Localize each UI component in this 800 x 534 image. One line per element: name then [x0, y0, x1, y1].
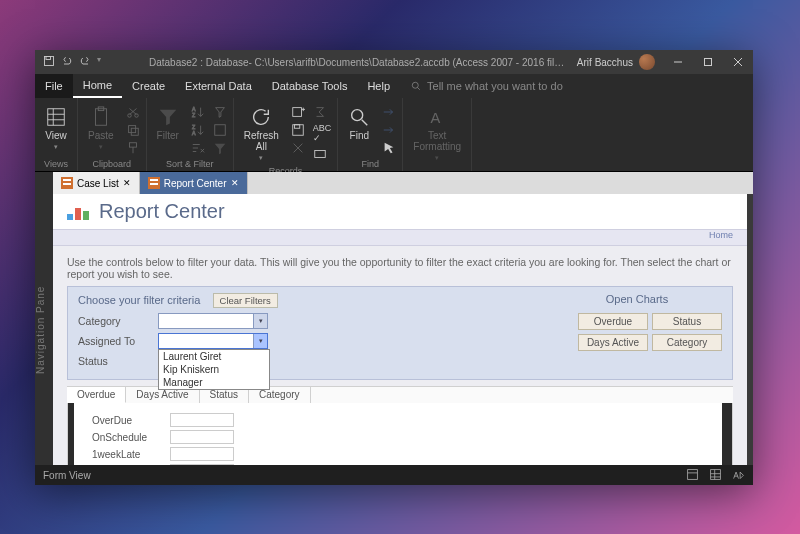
dropdown-option[interactable]: Kip Kniskern	[159, 363, 269, 376]
chevron-down-icon: ▾	[253, 334, 267, 348]
svg-rect-8	[48, 109, 65, 126]
funnel-icon	[157, 106, 179, 128]
goto-button[interactable]	[380, 122, 398, 138]
value-box[interactable]	[170, 413, 234, 427]
brush-icon	[126, 141, 140, 155]
layout-view-icon[interactable]	[732, 468, 745, 483]
svg-text:Z: Z	[192, 124, 196, 130]
select-button[interactable]	[380, 140, 398, 156]
assigned-to-combo[interactable]: ▾ Laurent Giret Kip Kniskern Manager	[158, 333, 268, 349]
chart-status-button[interactable]: Status	[652, 313, 722, 330]
filter-panel: Choose your filter criteria Clear Filter…	[67, 286, 733, 380]
category-combo[interactable]: ▾	[158, 313, 268, 329]
navigation-pane-collapsed[interactable]: Navigation Pane	[35, 194, 53, 465]
window-title: Database2 : Database- C:\Users\arifb\Doc…	[109, 57, 569, 68]
chart-category-button[interactable]: Category	[652, 334, 722, 351]
delete-record-button[interactable]	[289, 140, 307, 156]
datasheet-view-icon[interactable]	[709, 468, 722, 483]
text-formatting-button[interactable]: A Text Formatting▾	[407, 104, 467, 164]
spelling-button[interactable]: ABC✓	[311, 122, 334, 144]
close-tab-icon[interactable]: ✕	[231, 178, 239, 188]
sort-desc-button[interactable]: ZA	[189, 122, 207, 138]
chart-days-active-button[interactable]: Days Active	[578, 334, 648, 351]
maximize-button[interactable]	[693, 50, 723, 74]
svg-point-42	[352, 110, 363, 121]
menu-file[interactable]: File	[35, 74, 73, 98]
document-tabs: Case List✕ Report Center✕	[35, 172, 753, 194]
selection-filter-button[interactable]	[211, 104, 229, 120]
svg-rect-19	[131, 128, 138, 135]
tab-report-center[interactable]: Report Center✕	[140, 172, 248, 194]
value-box[interactable]	[170, 464, 234, 465]
replace-button[interactable]	[380, 104, 398, 120]
clear-sort-icon	[191, 141, 205, 155]
value-box[interactable]	[170, 447, 234, 461]
form-view-icon[interactable]	[686, 468, 699, 483]
value-box[interactable]	[170, 430, 234, 444]
remove-sort-button[interactable]	[189, 140, 207, 156]
toggle-filter-button[interactable]	[211, 140, 229, 156]
ribbon: View▾ Views Paste▾ Clipboard	[35, 98, 753, 172]
undo-icon[interactable]	[61, 55, 73, 69]
sigma-icon	[313, 105, 327, 119]
ribbon-group-label: Views	[39, 157, 73, 171]
close-tab-icon[interactable]: ✕	[123, 178, 131, 188]
svg-text:Z: Z	[192, 112, 196, 118]
label-assigned-to: Assigned To	[78, 335, 150, 347]
new-record-button[interactable]	[289, 104, 307, 120]
sort-asc-button[interactable]: AZ	[189, 104, 207, 120]
advanced-filter-button[interactable]	[211, 122, 229, 138]
ribbon-group-find: Find Find	[338, 98, 403, 171]
view-button[interactable]: View▾	[39, 104, 73, 153]
breadcrumb-bar: Home	[53, 230, 747, 246]
tab-case-list[interactable]: Case List✕	[53, 172, 140, 194]
dropdown-option[interactable]: Laurent Giret	[159, 350, 269, 363]
menu-help[interactable]: Help	[357, 74, 400, 98]
home-link[interactable]: Home	[709, 230, 733, 240]
find-button[interactable]: Find	[342, 104, 376, 143]
more-records-button[interactable]	[311, 146, 334, 162]
menu-home[interactable]: Home	[73, 74, 122, 98]
totals-button[interactable]	[311, 104, 334, 120]
format-painter-button[interactable]	[124, 140, 142, 156]
svg-rect-52	[150, 183, 158, 185]
close-button[interactable]	[723, 50, 753, 74]
window-buttons	[663, 50, 753, 74]
menu-external-data[interactable]: External Data	[175, 74, 262, 98]
quick-access-toolbar: ▾	[35, 55, 109, 69]
delete-icon	[291, 141, 305, 155]
svg-rect-49	[63, 183, 71, 185]
cursor-icon	[382, 141, 396, 155]
filter-button[interactable]: Filter	[151, 104, 185, 143]
replace-icon	[382, 105, 396, 119]
redo-icon[interactable]	[79, 55, 91, 69]
tell-me-placeholder: Tell me what you want to do	[427, 80, 563, 92]
user-area[interactable]: Arif Bacchus	[569, 54, 663, 70]
dropdown-option[interactable]: Manager	[159, 376, 269, 389]
minimize-button[interactable]	[663, 50, 693, 74]
menu-database-tools[interactable]: Database Tools	[262, 74, 358, 98]
page-header: Report Center	[53, 194, 747, 230]
refresh-all-button[interactable]: Refresh All▾	[238, 104, 285, 164]
copy-button[interactable]	[124, 122, 142, 138]
open-charts-title: Open Charts	[552, 293, 722, 305]
font-icon: A	[426, 106, 448, 128]
advanced-icon	[213, 123, 227, 137]
goto-icon	[382, 123, 396, 137]
subtab-overdue[interactable]: Overdue	[67, 387, 126, 403]
chart-overdue-button[interactable]: Overdue	[578, 313, 648, 330]
clear-filters-button[interactable]: Clear Filters	[213, 293, 278, 308]
ribbon-group-label: Clipboard	[82, 157, 142, 171]
record-selector[interactable]	[68, 403, 74, 465]
titlebar: ▾ Database2 : Database- C:\Users\arifb\D…	[35, 50, 753, 74]
vertical-scrollbar[interactable]	[722, 403, 732, 465]
paste-button[interactable]: Paste▾	[82, 104, 120, 153]
tell-me-search[interactable]: Tell me what you want to do	[410, 80, 563, 92]
clipboard-icon	[90, 106, 112, 128]
save-icon[interactable]	[43, 55, 55, 69]
save-record-button[interactable]	[289, 122, 307, 138]
svg-text:A: A	[431, 110, 441, 126]
cut-button[interactable]	[124, 104, 142, 120]
qat-dropdown-icon[interactable]: ▾	[97, 55, 101, 69]
menu-create[interactable]: Create	[122, 74, 175, 98]
